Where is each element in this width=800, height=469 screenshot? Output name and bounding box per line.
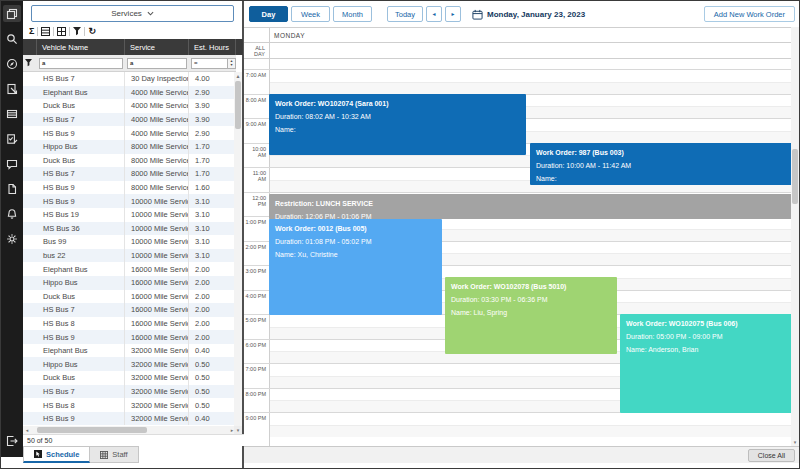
est-hours-cell: 3.10 — [189, 208, 236, 222]
spinner-down-icon[interactable]: ▾ — [230, 63, 232, 67]
service-filter-input[interactable]: a — [127, 58, 187, 69]
service-cell: 8000 Mile Service — [125, 154, 189, 168]
table-row[interactable]: Hippo Bus 16000 Mile Service 2.00 — [23, 276, 236, 290]
export-document-icon[interactable] — [3, 80, 21, 97]
table-row[interactable]: HS Bus 7 30 Day Inspection 4.00 — [23, 72, 236, 86]
view-week-button[interactable]: Week — [291, 6, 330, 22]
service-cell: 32000 Mile Service — [125, 412, 189, 426]
scrollbar-thumb[interactable] — [235, 81, 241, 129]
equals-operator-icon[interactable]: = — [194, 60, 198, 66]
vehicle-name-cell: Elephant Bus — [37, 344, 125, 358]
table-horizontal-scrollbar[interactable]: ◂ ▸ — [23, 426, 236, 434]
event-wo102075[interactable]: Work Order: WO102075 (Bus 006) Duration:… — [620, 314, 793, 413]
table-row[interactable]: HS Bus 7 32000 Mile Service 0.50 — [23, 385, 236, 399]
row-select-cell — [23, 154, 37, 168]
calendar-vertical-scrollbar[interactable]: ▾ — [791, 27, 799, 446]
compass-icon[interactable] — [3, 55, 21, 72]
table-row[interactable]: HS Bus 7 4000 Mile Service 3.90 — [23, 113, 236, 127]
table-filter-row: a a = ▴▾ — [23, 55, 236, 72]
table-row[interactable]: Elephant Bus 32000 Mile Service 0.40 — [23, 344, 236, 358]
scroll-down-icon[interactable]: ▾ — [791, 438, 799, 446]
document-icon[interactable] — [3, 180, 21, 197]
grid-toolbar: Σ ↻ — [26, 24, 99, 38]
service-cell: 32000 Mile Service — [125, 357, 189, 371]
close-all-button[interactable]: Close All — [748, 449, 795, 462]
services-dropdown[interactable]: Services — [31, 5, 234, 22]
event-title: Work Order: WO102074 (Sara 001) — [275, 97, 520, 110]
next-day-button[interactable]: ► — [445, 6, 461, 22]
event-title: Restriction: LUNCH SERVICE — [275, 197, 787, 210]
view-day-button[interactable]: Day — [249, 6, 288, 22]
table-row[interactable]: HS Bus 7 16000 Mile Service 2.00 — [23, 303, 236, 317]
table-row[interactable]: Elephant Bus 16000 Mile Service 2.00 — [23, 262, 236, 276]
table-row[interactable]: HS Bus 9 4000 Mile Service 2.90 — [23, 126, 236, 140]
table-row[interactable]: bus 22 10000 Mile Service 3.10 — [23, 249, 236, 263]
table-row[interactable]: HS Bus 9 16000 Mile Service 2.00 — [23, 330, 236, 344]
tab-staff[interactable]: Staff — [90, 446, 138, 463]
table-row[interactable]: HS Bus 9 10000 Mile Service 3.10 — [23, 194, 236, 208]
text-operator-icon[interactable]: a — [130, 60, 133, 66]
prev-day-button[interactable]: ◄ — [426, 6, 442, 22]
column-header-service[interactable]: Service — [125, 39, 189, 55]
event-wo102074[interactable]: Work Order: WO102074 (Sara 001) Duration… — [269, 94, 526, 155]
refresh-icon[interactable]: ↻ — [85, 26, 99, 36]
table-row[interactable]: HS Bus 9 8000 Mile Service 1.60 — [23, 181, 236, 195]
vehicle-name-cell: HS Bus 9 — [37, 330, 125, 344]
layout-icon[interactable] — [38, 27, 53, 36]
column-header-vehicle-name[interactable]: Vehicle Name — [37, 39, 125, 55]
notifications-bell-icon[interactable] — [3, 205, 21, 222]
table-vertical-scrollbar[interactable]: ▲ — [234, 72, 242, 426]
table-row[interactable]: Duck Bus 32000 Mile Service 0.50 — [23, 371, 236, 385]
table-row[interactable]: HS Bus 19 10000 Mile Service 3.10 — [23, 208, 236, 222]
text-operator-icon[interactable]: a — [42, 60, 45, 66]
all-day-row[interactable]: ALL DAY — [244, 43, 791, 59]
table-row[interactable]: Duck Bus 8000 Mile Service 1.70 — [23, 154, 236, 168]
table-row[interactable]: HS Bus 8 16000 Mile Service 2.00 — [23, 317, 236, 331]
service-cell: 32000 Mile Service — [125, 344, 189, 358]
service-cell: 10000 Mile Service — [125, 235, 189, 249]
scroll-up-icon[interactable]: ▲ — [234, 72, 242, 80]
vehicle-name-filter-input[interactable]: a — [39, 58, 123, 69]
scrollbar-thumb[interactable] — [792, 149, 798, 204]
table-row[interactable]: Elephant Bus 4000 Mile Service 2.90 — [23, 86, 236, 100]
table-icon[interactable] — [3, 105, 21, 122]
event-0012[interactable]: Work Order: 0012 (Bus 005) Duration: 01:… — [269, 219, 442, 315]
chat-icon[interactable] — [3, 155, 21, 172]
work-orders-icon[interactable] — [3, 130, 21, 147]
today-button[interactable]: Today — [387, 6, 423, 22]
view-month-button[interactable]: Month — [333, 6, 372, 22]
filter-icon[interactable] — [70, 27, 84, 36]
time-label: 2:00 PM — [244, 244, 266, 250]
table-row[interactable]: HS Bus 9 32000 Mile Service 0.40 — [23, 412, 236, 426]
event-wo102078[interactable]: Work Order: WO102078 (Bus 5010) Duration… — [445, 277, 617, 354]
est-hours-filter-input[interactable]: = — [191, 58, 228, 69]
est-hours-cell: 3.90 — [189, 113, 236, 127]
search-icon[interactable] — [3, 30, 21, 47]
windows-icon[interactable] — [3, 5, 21, 22]
table-row[interactable]: HS Bus 7 8000 Mile Service 1.70 — [23, 167, 236, 181]
tab-schedule[interactable]: Schedule — [23, 446, 90, 463]
row-select-cell — [23, 249, 37, 263]
filter-funnel-icon[interactable] — [23, 55, 37, 71]
logout-icon[interactable] — [3, 432, 21, 449]
scrollbar-thumb[interactable] — [37, 427, 147, 433]
settings-gear-icon[interactable] — [3, 230, 21, 247]
services-dropdown-label: Services — [111, 9, 142, 18]
table-row[interactable]: Duck Bus 4000 Mile Service 3.90 — [23, 99, 236, 113]
table-row[interactable]: Bus 99 10000 Mile Service 3.10 — [23, 235, 236, 249]
table-row[interactable]: MS Bus 36 10000 Mile Service 3.10 — [23, 222, 236, 236]
table-row[interactable]: Hippo Bus 32000 Mile Service 0.50 — [23, 357, 236, 371]
vehicle-name-cell: HS Bus 7 — [37, 72, 125, 86]
table-row[interactable]: Duck Bus 16000 Mile Service 2.00 — [23, 290, 236, 304]
grid-icon[interactable] — [54, 27, 69, 36]
restriction-lunch-service[interactable]: Restriction: LUNCH SERVICE Duration: 12:… — [269, 194, 793, 219]
est-hours-stepper[interactable]: ▴▾ — [228, 58, 236, 69]
sum-icon[interactable]: Σ — [26, 26, 37, 36]
table-row[interactable]: HS Bus 8 32000 Mile Service 0.50 — [23, 398, 236, 412]
add-new-work-order-button[interactable]: Add New Work Order — [704, 6, 795, 22]
column-header-est-hours[interactable]: Est. Hours — [189, 39, 236, 55]
event-987[interactable]: Work Order: 987 (Bus 003) Duration: 10:0… — [530, 143, 793, 185]
scroll-left-icon[interactable]: ◂ — [23, 426, 31, 434]
table-row[interactable]: Hippo Bus 8000 Mile Service 1.70 — [23, 140, 236, 154]
est-hours-cell: 3.90 — [189, 99, 236, 113]
